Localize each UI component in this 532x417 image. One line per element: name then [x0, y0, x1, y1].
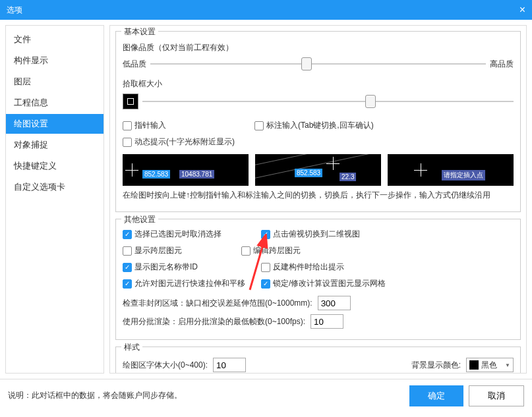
cancel-button[interactable]: 取消 — [469, 385, 524, 406]
preview-dyn-hint: 请指定插入点 — [388, 154, 514, 186]
bgcolor-select[interactable]: 黑色 ▼ — [466, 358, 514, 372]
sidebar-item[interactable]: 图层 — [6, 72, 103, 92]
annot-input-checkbox[interactable]: 标注输入(Tab键切换,回车确认) — [254, 120, 386, 131]
sidebar-item[interactable]: 自定义选项卡 — [6, 177, 103, 197]
bgcolor-label: 背景显示颜色: — [411, 360, 461, 371]
quality-low-label: 低品质 — [123, 59, 146, 70]
picksize-label: 拾取框大小 — [123, 78, 514, 90]
sidebar-item[interactable]: 绘图设置 — [6, 114, 103, 134]
gap-input[interactable] — [318, 296, 351, 310]
pointer-input-checkbox[interactable]: 指针输入 — [123, 120, 254, 131]
sidebar-item[interactable]: 对象捕捉 — [6, 135, 103, 155]
quality-slider[interactable] — [150, 57, 486, 70]
content-panel: 基本设置 图像品质（仅对当前工程有效） 低品质 高品质 拾取框大小 — [109, 25, 527, 374]
fontsize-label: 绘图区字体大小(0~400): — [123, 360, 208, 371]
fps-label: 使用分批渲染：启用分批渲染的最低帧数(0~100fps): — [123, 316, 305, 327]
quality-high-label: 高品质 — [490, 59, 514, 70]
fontsize-input[interactable] — [213, 358, 246, 372]
titlebar: 选项 × — [0, 0, 532, 20]
option-checkbox[interactable]: 显示跨层图元 — [123, 245, 241, 256]
close-icon[interactable]: × — [519, 4, 525, 16]
ok-button[interactable]: 确定 — [409, 385, 463, 406]
sidebar-item[interactable]: 文件 — [6, 30, 103, 49]
dyn-hint-checkbox[interactable]: 动态提示(十字光标附近显示) — [123, 136, 254, 148]
option-checkbox[interactable]: ✓选择已选图元时取消选择 — [123, 229, 261, 240]
option-checkbox[interactable]: ✓显示图元名称带ID — [123, 262, 261, 273]
picksize-swatch — [123, 94, 138, 109]
basic-description: 在绘图时按向上键↑控制指针输入和标注输入之间的切换，切换后，执行下一步操作，输入… — [123, 190, 514, 201]
sidebar-item[interactable]: 构件显示 — [6, 51, 103, 70]
option-checkbox[interactable]: ✓点击俯视切换到二维视图 — [261, 229, 399, 240]
chevron-down-icon: ▼ — [505, 362, 510, 368]
preview-annot-input: 852.583 22.3 — [255, 154, 381, 186]
footer: 说明：此对话框中的数据，将会随账户同步存储。 确定 取消 — [0, 379, 532, 412]
window-title: 选项 — [7, 5, 22, 16]
option-checkbox[interactable]: 编辑跨层图元 — [241, 245, 380, 256]
style-legend: 样式 — [121, 342, 142, 353]
sidebar-item[interactable]: 工程信息 — [6, 93, 103, 113]
other-legend: 其他设置 — [121, 214, 158, 225]
fps-input[interactable] — [310, 314, 343, 329]
option-checkbox[interactable]: 反建构件时给出提示 — [261, 262, 380, 273]
gap-label: 检查非封闭区域：缺口相交误差延伸范围(0~1000mm): — [123, 298, 312, 309]
option-checkbox[interactable]: ✓允许对图元进行快速拉伸和平移 — [123, 278, 261, 289]
picksize-slider[interactable] — [142, 95, 514, 108]
basic-legend: 基本设置 — [121, 26, 158, 38]
footer-note: 说明：此对话框中的数据，将会随账户同步存储。 — [8, 390, 182, 401]
other-settings-group: 其他设置 ✓选择已选图元时取消选择✓点击俯视切换到二维视图显示跨层图元编辑跨层图… — [115, 219, 521, 340]
style-group: 样式 绘图区字体大小(0~400): 背景显示颜色: 黑色 ▼ — [115, 347, 521, 374]
sidebar: 文件构件显示图层工程信息绘图设置对象捕捉快捷键定义自定义选项卡 — [5, 25, 104, 374]
sidebar-item[interactable]: 快捷键定义 — [6, 156, 103, 176]
option-checkbox[interactable]: ✓锁定/修改计算设置图元显示网格 — [261, 278, 386, 289]
basic-settings-group: 基本设置 图像品质（仅对当前工程有效） 低品质 高品质 拾取框大小 — [115, 31, 521, 212]
quality-label: 图像品质（仅对当前工程有效） — [123, 42, 514, 53]
preview-pointer-input: 852.583 10483.781 — [123, 154, 249, 186]
